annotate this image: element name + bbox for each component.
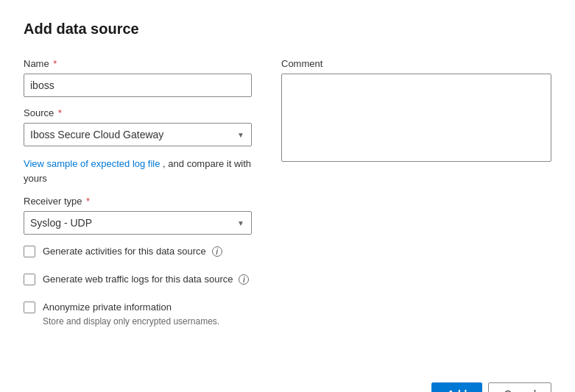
- dialog-title: Add data source: [24, 21, 551, 38]
- add-button[interactable]: Add: [431, 382, 482, 392]
- receiver-type-select[interactable]: Syslog - UDP: [24, 211, 252, 235]
- checkbox1-label-container: Generate activities for this data source…: [43, 245, 222, 258]
- source-label: Source *: [24, 107, 252, 118]
- generate-web-traffic-info-icon[interactable]: i: [239, 274, 249, 285]
- receiver-type-field-group: Receiver type * Syslog - UDP ▼: [24, 196, 252, 235]
- generate-activities-checkbox[interactable]: [24, 246, 35, 257]
- footer-buttons: Add Cancel: [24, 371, 551, 392]
- checkbox2-group: Generate web traffic logs for this data …: [24, 273, 252, 286]
- source-field-group: Source * Iboss Secure Cloud Gateway ▼: [24, 107, 252, 146]
- content-layout: Name * Source * Iboss Secure Cloud Gatew…: [24, 58, 551, 341]
- checkbox3-group: Anonymize private information Store and …: [24, 301, 252, 326]
- add-data-source-dialog: Add data source Name * Source * Iboss Se…: [0, 0, 575, 392]
- name-input[interactable]: [24, 74, 252, 97]
- source-required-star: *: [55, 107, 62, 118]
- name-label: Name *: [24, 58, 252, 69]
- comment-field-group: Comment: [281, 58, 551, 164]
- checkbox3-label: Anonymize private information: [43, 301, 219, 314]
- checkbox3-label-container: Anonymize private information Store and …: [43, 301, 219, 326]
- checkboxes-section: Generate activities for this data source…: [24, 245, 252, 327]
- log-file-link-container: View sample of expected log file , and c…: [24, 157, 252, 185]
- generate-web-traffic-checkbox[interactable]: [24, 274, 35, 285]
- comment-label: Comment: [281, 58, 551, 69]
- receiver-type-select-wrapper: Syslog - UDP ▼: [24, 211, 252, 235]
- checkbox3-sublabel: Store and display only encrypted usernam…: [43, 316, 219, 327]
- checkbox1-label: Generate activities for this data source: [43, 246, 206, 257]
- right-panel: Comment: [281, 58, 551, 341]
- receiver-required-star: *: [83, 196, 90, 207]
- name-required-star: *: [51, 58, 57, 69]
- source-select[interactable]: Iboss Secure Cloud Gateway: [24, 123, 252, 146]
- comment-textarea[interactable]: [281, 74, 551, 162]
- generate-activities-info-icon[interactable]: i: [212, 246, 222, 257]
- cancel-button[interactable]: Cancel: [488, 382, 551, 392]
- checkbox2-label: Generate web traffic logs for this data …: [43, 274, 233, 285]
- left-panel: Name * Source * Iboss Secure Cloud Gatew…: [24, 58, 252, 341]
- log-file-link[interactable]: View sample of expected log file: [24, 158, 163, 169]
- checkbox2-label-container: Generate web traffic logs for this data …: [43, 273, 249, 286]
- checkbox1-group: Generate activities for this data source…: [24, 245, 252, 258]
- anonymize-checkbox[interactable]: [24, 302, 35, 313]
- receiver-type-label: Receiver type *: [24, 196, 252, 207]
- source-select-wrapper: Iboss Secure Cloud Gateway ▼: [24, 123, 252, 146]
- name-field-group: Name *: [24, 58, 252, 97]
